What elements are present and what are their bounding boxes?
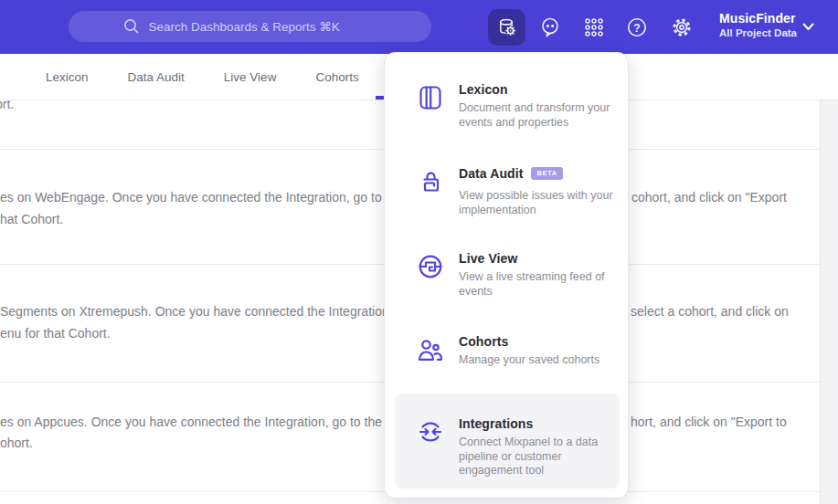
menu-item-title: Integrations bbox=[459, 416, 533, 431]
content-fragment: cohort, and click on "Export bbox=[631, 190, 787, 205]
feedback-icon bbox=[539, 16, 561, 38]
menu-item-title: Data Audit bbox=[459, 166, 523, 181]
data-management-button[interactable] bbox=[488, 9, 525, 46]
tab-data-audit[interactable]: Data Audit bbox=[128, 70, 185, 84]
feedback-button[interactable] bbox=[539, 16, 561, 38]
project-name: MusicFinder bbox=[719, 12, 797, 25]
menu-item-text: Data Audit BETA View possible issues wit… bbox=[459, 166, 627, 217]
menu-item-title: Lexicon bbox=[459, 82, 508, 97]
nav-dropdown-menu: Lexicon Document and transform your even… bbox=[384, 52, 629, 499]
cohorts-icon bbox=[417, 336, 444, 363]
menu-item-title: Live View bbox=[459, 251, 517, 266]
menu-item-desc: View a live streaming feed of events bbox=[459, 270, 623, 299]
content-fragment: hort, and click on "Export to bbox=[631, 415, 787, 429]
content-fragment: es on Appcues. Once you have connected t… bbox=[0, 415, 397, 429]
menu-item-title: Cohorts bbox=[459, 334, 508, 349]
tab-lexicon[interactable]: Lexicon bbox=[46, 70, 89, 84]
search-icon bbox=[123, 18, 140, 35]
menu-item-live-view[interactable]: Live View View a live streaming feed of … bbox=[417, 251, 615, 299]
menu-item-text: Integrations Connect Mixpanel to a data … bbox=[459, 416, 616, 478]
help-button[interactable]: ? bbox=[626, 16, 648, 38]
project-switcher[interactable]: MusicFinder All Project Data bbox=[719, 12, 797, 39]
menu-item-desc: View possible issues with your implement… bbox=[459, 189, 627, 217]
scrollbar-track[interactable] bbox=[820, 100, 838, 504]
menu-item-lexicon[interactable]: Lexicon Document and transform your even… bbox=[417, 82, 615, 130]
active-tab-underline bbox=[376, 96, 384, 100]
apps-grid-icon bbox=[583, 16, 605, 38]
menu-item-data-audit[interactable]: Data Audit BETA View possible issues wit… bbox=[417, 166, 615, 217]
content-fragment: hat Cohort. bbox=[0, 212, 63, 226]
menu-item-text: Live View View a live streaming feed of … bbox=[459, 251, 623, 299]
menu-item-desc: Connect Mixpanel to a data pipeline or c… bbox=[459, 436, 616, 478]
menu-item-integrations[interactable]: Integrations Connect Mixpanel to a data … bbox=[417, 416, 615, 478]
integrations-icon bbox=[417, 418, 444, 446]
content-fragment: enu for that Cohort. bbox=[0, 326, 111, 341]
menu-item-text: Lexicon Document and transform your even… bbox=[459, 82, 610, 130]
content-fragment: select a cohort, and click on bbox=[631, 304, 789, 319]
content-fragment: Segments on Xtremepush. Once you have co… bbox=[0, 304, 393, 319]
live-view-icon bbox=[417, 253, 444, 280]
settings-icon bbox=[671, 16, 693, 38]
tab-live-view[interactable]: Live View bbox=[224, 70, 277, 84]
apps-button[interactable] bbox=[583, 16, 605, 38]
content-fragment: es on WebEngage. Once you have connected… bbox=[0, 190, 403, 205]
chevron-down-icon[interactable] bbox=[802, 23, 814, 31]
content-fragment: ohort. bbox=[0, 436, 33, 450]
help-icon: ? bbox=[626, 16, 648, 38]
search-input[interactable] bbox=[149, 20, 377, 34]
beta-badge: BETA bbox=[531, 167, 562, 180]
top-nav-bar: ? MusicFinder All Project Data bbox=[0, 0, 838, 54]
data-management-icon bbox=[495, 16, 519, 39]
project-scope: All Project Data bbox=[719, 28, 797, 39]
menu-item-cohorts[interactable]: Cohorts Manage your saved cohorts bbox=[417, 334, 615, 368]
settings-button[interactable] bbox=[671, 16, 693, 38]
search-bar[interactable] bbox=[69, 11, 431, 42]
tab-cohorts[interactable]: Cohorts bbox=[315, 70, 358, 84]
lexicon-icon bbox=[417, 84, 444, 111]
menu-item-desc: Manage your saved cohorts bbox=[459, 353, 627, 368]
data-audit-icon bbox=[417, 168, 444, 195]
menu-item-desc: Document and transform your events and p… bbox=[459, 101, 610, 130]
menu-item-text: Cohorts Manage your saved cohorts bbox=[459, 334, 627, 368]
svg-text:?: ? bbox=[633, 22, 640, 35]
